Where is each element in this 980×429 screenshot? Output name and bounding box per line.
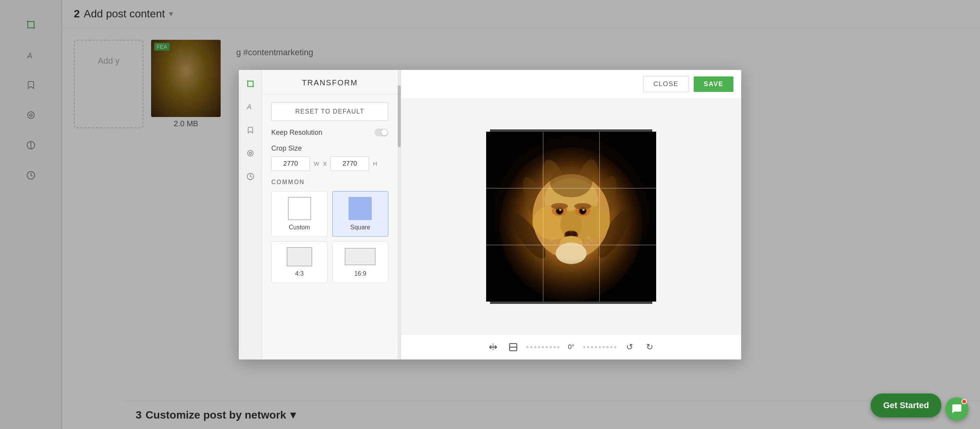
crop-option-square[interactable]: Square — [332, 191, 389, 237]
rotate-right-button[interactable]: ↻ — [643, 340, 657, 354]
modal-title: TRANSFORM — [262, 70, 398, 95]
svg-point-7 — [247, 150, 253, 156]
dot — [595, 346, 597, 348]
dot — [553, 346, 556, 348]
svg-text:A: A — [246, 103, 251, 111]
slider-dots-left — [526, 346, 560, 348]
keep-resolution-row: Keep Resolution — [271, 129, 388, 137]
dot — [550, 346, 552, 348]
scroll-track — [398, 70, 401, 359]
dot — [546, 346, 548, 348]
dot — [542, 346, 544, 348]
online-indicator — [961, 399, 967, 404]
crop-option-43[interactable]: 4:3 — [271, 241, 328, 283]
slider-dots-right — [583, 346, 616, 348]
rotation-value: 0° — [563, 343, 580, 351]
width-label: W — [314, 160, 319, 167]
dot — [587, 346, 589, 348]
crop-option-169[interactable]: 16:9 — [332, 241, 389, 283]
crop-size-label: Crop Size — [271, 144, 388, 153]
modal-overlay: A — [0, 0, 980, 429]
flip-horizontal-button[interactable] — [486, 340, 500, 354]
image-bottom-shadow — [490, 302, 652, 304]
image-preview-area — [401, 99, 741, 334]
svg-point-8 — [249, 152, 252, 154]
dot — [610, 346, 612, 348]
bottom-toolbar: 0° ↺ ↻ — [401, 334, 741, 359]
crop-height-input[interactable] — [330, 156, 369, 171]
dot — [614, 346, 616, 348]
square-shape — [349, 197, 372, 220]
crop-options-grid: Custom Square — [271, 191, 388, 283]
flip-vertical-button[interactable] — [506, 340, 520, 354]
rotation-slider: 0° — [526, 343, 616, 351]
keep-resolution-toggle[interactable] — [374, 129, 388, 136]
panel-bookmark-icon[interactable] — [243, 122, 258, 138]
square-label: Square — [350, 224, 370, 231]
dot — [538, 346, 540, 348]
panel-text-icon[interactable]: A — [243, 99, 258, 115]
169-label: 16:9 — [354, 270, 366, 277]
reset-to-default-button[interactable]: RESET TO DEFAULT — [271, 102, 388, 121]
dot — [526, 346, 529, 348]
svg-rect-45 — [486, 132, 656, 302]
chat-button[interactable] — [945, 397, 968, 421]
panel-sticker-icon[interactable] — [243, 169, 258, 184]
dot — [583, 346, 585, 348]
transform-modal: A — [239, 70, 741, 359]
custom-shape — [288, 197, 311, 220]
crop-size-row: W x H — [271, 156, 388, 171]
crop-width-input[interactable] — [271, 156, 310, 171]
dot — [534, 346, 536, 348]
image-container — [486, 132, 656, 302]
panel-icon-strip: A — [239, 70, 262, 359]
custom-label: Custom — [289, 224, 310, 231]
dot — [606, 346, 609, 348]
height-label: H — [373, 160, 377, 167]
close-button[interactable]: CLOSE — [643, 76, 689, 92]
dot — [591, 346, 593, 348]
dot — [557, 346, 560, 348]
top-action-bar: CLOSE SAVE — [401, 70, 741, 99]
rotate-left-button[interactable]: ↺ — [623, 340, 636, 354]
right-panel: CLOSE SAVE — [401, 70, 741, 359]
common-section-label: COMMON — [271, 179, 388, 186]
transform-panel: TRANSFORM RESET TO DEFAULT Keep Resoluti… — [262, 70, 398, 359]
dot — [599, 346, 601, 348]
dot — [602, 346, 605, 348]
image-top-shadow — [490, 129, 652, 132]
get-started-button[interactable]: Get Started — [871, 393, 941, 417]
dot — [530, 346, 533, 348]
modal-top: A — [239, 70, 741, 359]
panel-filter-icon[interactable] — [243, 146, 258, 161]
keep-resolution-label: Keep Resolution — [271, 129, 322, 137]
crop-option-custom[interactable]: Custom — [271, 191, 328, 237]
save-button[interactable]: SAVE — [694, 76, 733, 92]
panel-crop-icon[interactable] — [243, 76, 258, 92]
left-panel: A — [239, 70, 401, 359]
crop-separator: x — [323, 159, 327, 168]
169-shape — [345, 247, 376, 266]
43-label: 4:3 — [295, 270, 304, 277]
transform-body: RESET TO DEFAULT Keep Resolution Crop Si… — [262, 95, 398, 359]
43-shape — [287, 247, 312, 266]
scroll-thumb[interactable] — [398, 85, 401, 147]
lion-image-svg — [486, 132, 656, 302]
left-panel-inner: A — [239, 70, 401, 359]
